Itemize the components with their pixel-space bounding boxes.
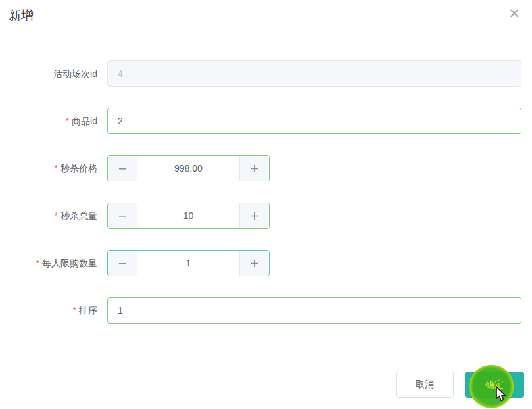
field-label-text: 秒杀价格 [60,163,97,174]
field-label: *商品id [0,108,97,134]
required-asterisk: * [55,163,58,174]
required-asterisk: * [36,258,39,268]
close-icon[interactable]: ✕ [506,5,523,22]
decrease-icon[interactable]: − [108,251,137,276]
increase-icon[interactable]: + [239,156,269,181]
seckill-total-input[interactable] [137,203,239,228]
form-row-purchase-limit: *每人限购数量 − + [0,250,521,276]
field-label: *秒杀总量 [0,203,97,229]
decrease-icon[interactable]: − [108,156,137,181]
required-asterisk: * [55,210,58,221]
activity-session-id-input [107,60,521,87]
purchase-limit-input[interactable] [137,251,239,276]
form-row-seckill-total: *秒杀总量 − + [0,203,521,229]
field-label: *每人限购数量 [0,250,97,276]
required-asterisk: * [73,305,76,316]
add-dialog: 新增 ✕ 活动场次id *商品id *秒杀价格 − + [0,0,532,409]
form-row-activity-session-id: 活动场次id [0,60,521,87]
add-form: 活动场次id *商品id *秒杀价格 − + *秒杀总量 [0,60,521,345]
field-label-text: 每人限购数量 [42,258,97,268]
required-asterisk: * [66,116,69,126]
dialog-title: 新增 [9,7,34,24]
field-label-text: 秒杀总量 [60,210,97,221]
field-label: *秒杀价格 [0,155,97,181]
cancel-button[interactable]: 取消 [396,372,454,398]
field-label-text: 商品id [72,116,97,126]
dialog-footer: 取消 确定 [0,372,524,398]
product-id-input[interactable] [107,108,521,134]
increase-icon[interactable]: + [239,203,269,228]
decrease-icon[interactable]: − [108,203,137,228]
dialog-header: 新增 ✕ [0,0,532,36]
increase-icon[interactable]: + [239,251,269,276]
confirm-button[interactable]: 确定 [465,372,524,398]
purchase-limit-stepper: − + [107,250,270,276]
seckill-total-stepper: − + [107,203,270,229]
sort-input[interactable] [107,297,521,324]
field-label: *排序 [0,297,97,324]
field-label-text: 排序 [79,305,97,316]
field-label-text: 活动场次id [53,68,97,79]
form-row-seckill-price: *秒杀价格 − + [0,155,521,181]
confirm-button-label: 确定 [485,379,504,391]
seckill-price-stepper: − + [107,155,270,181]
form-row-product-id: *商品id [0,108,521,134]
field-label: 活动场次id [0,60,97,87]
form-row-sort: *排序 [0,297,521,324]
seckill-price-input[interactable] [137,156,239,181]
